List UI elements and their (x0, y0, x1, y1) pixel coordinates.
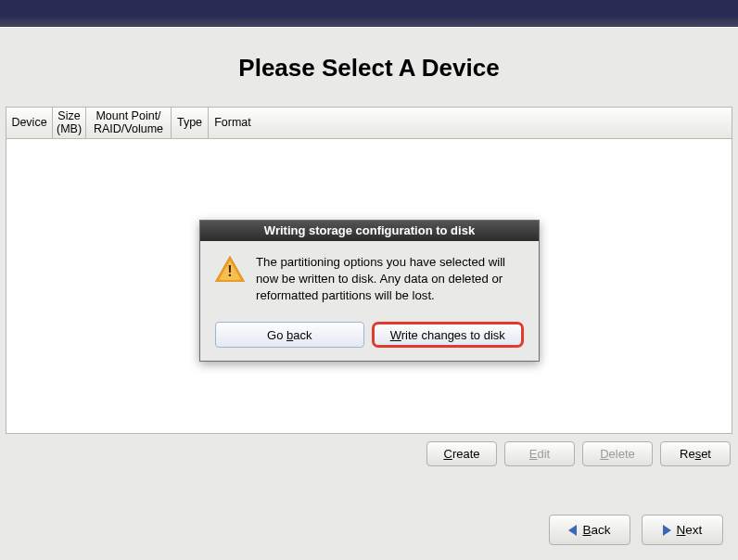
go-back-button[interactable]: Go back (215, 322, 364, 348)
warning-icon (215, 256, 245, 282)
confirm-dialog: Writing storage configuration to disk Th… (199, 220, 540, 362)
back-button[interactable]: Back (549, 515, 630, 545)
edit-button: Edit (504, 441, 575, 466)
partition-actions: Create Edit Delete Reset (0, 434, 738, 466)
col-mount[interactable]: Mount Point/ RAID/Volume (86, 108, 172, 138)
arrow-right-icon (663, 525, 671, 536)
top-banner (0, 0, 738, 28)
col-size[interactable]: Size (MB) (53, 108, 86, 138)
col-device[interactable]: Device (6, 108, 53, 138)
dialog-title: Writing storage configuration to disk (200, 221, 539, 241)
dialog-message: The partitioning options you have select… (256, 254, 524, 303)
table-header-row: Device Size (MB) Mount Point/ RAID/Volum… (6, 108, 732, 139)
reset-button[interactable]: Reset (660, 441, 731, 466)
nav-buttons: Back Next (549, 515, 723, 545)
arrow-left-icon (568, 525, 577, 536)
create-button[interactable]: Create (426, 441, 497, 466)
next-button[interactable]: Next (642, 515, 723, 545)
col-format[interactable]: Format (209, 108, 257, 138)
col-type[interactable]: Type (172, 108, 209, 138)
delete-button: Delete (582, 441, 653, 466)
page-title: Please Select A Device (0, 28, 738, 107)
write-changes-button[interactable]: Write changes to disk (372, 322, 525, 348)
